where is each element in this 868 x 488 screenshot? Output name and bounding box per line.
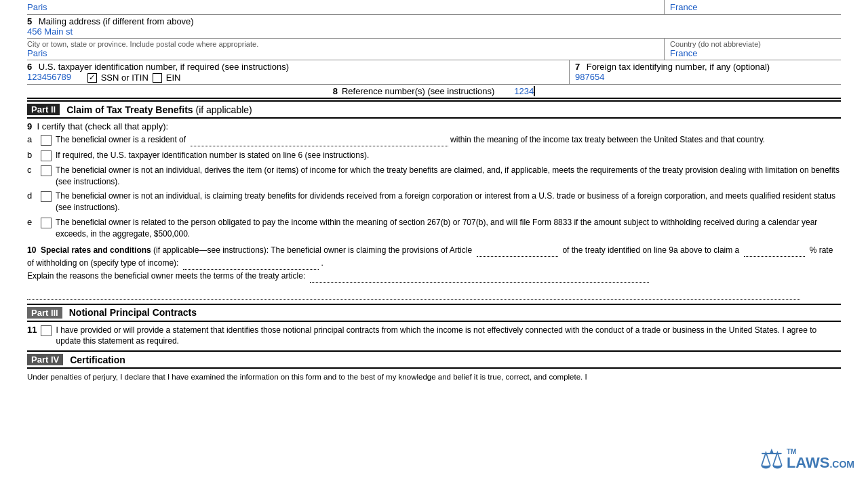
row7-label: Foreign tax identifying number, if any (… [587, 62, 770, 72]
country-value: France [670, 48, 835, 58]
row8-label: Reference number(s) (see instructions) [342, 86, 494, 96]
part4-label: Part IV [27, 354, 63, 365]
cert-text-a: The beneficial owner is a resident of wi… [56, 134, 841, 146]
row11-num: 11 [27, 325, 37, 335]
cert-text-c: The beneficial owner is not an individua… [56, 165, 841, 188]
cert-letter-d: d [27, 190, 41, 201]
row10-label2: of the treaty identified on line 9a abov… [562, 245, 739, 255]
cert-checkbox-a[interactable] [41, 135, 52, 146]
cert-letter-b: b [27, 150, 41, 160]
row8-value: 1234 [514, 86, 535, 96]
row7-value: 987654 [575, 72, 604, 82]
cert-item-d: d The beneficial owner is not an individ… [27, 190, 841, 214]
cert-checkbox-c[interactable] [41, 165, 52, 176]
cert-text-b: If required, the U.S. taxpayer identific… [56, 150, 841, 161]
cert-checkbox-d[interactable] [41, 191, 52, 202]
row8-num: 8 [333, 86, 338, 96]
row11-checkbox[interactable] [41, 325, 52, 336]
row6-label: U.S. taxpayer identification number, if … [39, 62, 289, 72]
part4-title: Certification [70, 354, 125, 365]
row10-rest: (if applicable—see instructions): The be… [151, 245, 472, 255]
row9-num: 9 [27, 121, 32, 131]
cert-text-e: The beneficial owner is related to the p… [56, 217, 841, 240]
city-label: City or town, state or province. Include… [27, 40, 664, 48]
watermark-text: LAWS.COM [787, 455, 854, 470]
cert-text-d: The beneficial owner is not an individua… [56, 190, 841, 214]
row6-value: 123456789 [27, 72, 71, 82]
row5-num: 5 [27, 16, 32, 26]
ssn-label: SSN or ITIN [101, 73, 149, 83]
part2-label: Part II [27, 104, 60, 115]
cert-checkbox-b[interactable] [41, 150, 52, 161]
watermark: ⚖ TM LAWS.COM [760, 443, 854, 474]
row10-dot: . [321, 258, 323, 268]
country-label: Country (do not abbreviate) [670, 40, 835, 48]
cert-checkbox-e[interactable] [41, 218, 52, 228]
row11-item: 11 I have provided or will provide a sta… [27, 325, 841, 348]
row5-desc: Mailing address (if different from above… [39, 16, 194, 26]
country-top-value: France [670, 2, 697, 12]
ein-checkbox[interactable] [153, 73, 162, 83]
ein-label: EIN [166, 73, 181, 83]
city-top-value: Paris [27, 2, 47, 12]
cert-letter-c: c [27, 165, 41, 175]
part3-title: Notional Principal Contracts [69, 307, 197, 318]
ssn-checkbox[interactable] [87, 73, 97, 83]
watermark-icon: ⚖ [760, 443, 784, 474]
cert-item-a: a The beneficial owner is a resident of … [27, 134, 841, 146]
row10-label5: Explain the reasons the beneficial owner… [27, 271, 305, 281]
city-value: Paris [27, 48, 664, 58]
row10-bold: Special rates and conditions [41, 245, 151, 255]
under-penalties-text: Under penalties of perjury, I declare th… [27, 371, 841, 382]
row11-text: I have provided or will provide a statem… [56, 325, 841, 348]
row9-header: I certify that (check all that apply): [37, 121, 168, 131]
part3-label: Part III [27, 307, 62, 319]
cert-item-c: c The beneficial owner is not an individ… [27, 165, 841, 188]
cert-letter-e: e [27, 217, 41, 227]
cert-item-e: e The beneficial owner is related to the… [27, 217, 841, 240]
row7-num: 7 [575, 62, 580, 72]
cert-item-b: b If required, the U.S. taxpayer identif… [27, 150, 841, 161]
part2-title: Claim of Tax Treaty Benefits (if applica… [66, 104, 252, 115]
cert-letter-a: a [27, 134, 41, 144]
row6-num: 6 [27, 62, 32, 72]
row10-num: 10 [27, 245, 36, 255]
row5-value: 456 Main st [27, 26, 73, 37]
row10-section: 10 Special rates and conditions (if appl… [27, 244, 841, 300]
